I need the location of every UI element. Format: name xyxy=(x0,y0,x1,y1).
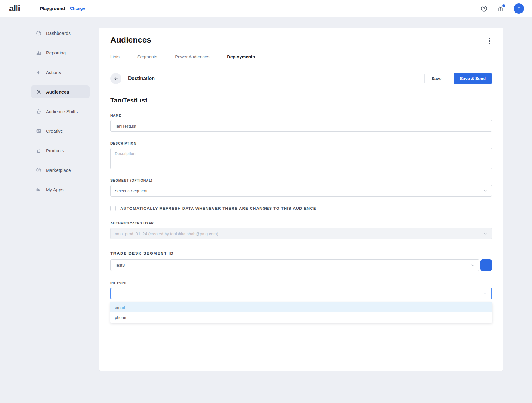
destination-label: Destination xyxy=(128,76,155,81)
main-content: Audiences Lists Segments Power Audiences… xyxy=(99,17,532,403)
chevron-down-icon xyxy=(483,231,488,236)
pii-option-email[interactable]: email xyxy=(110,302,492,312)
authenticated-user-value: amp_prod_01_24 (created by tanishka.shah… xyxy=(115,231,218,236)
tab-power-audiences[interactable]: Power Audiences xyxy=(175,54,209,64)
deployment-name-heading: TaniTestList xyxy=(110,97,492,104)
segment-select[interactable]: Select a Segment xyxy=(110,185,492,197)
plus-icon xyxy=(483,262,489,268)
tab-segments[interactable]: Segments xyxy=(137,54,157,64)
sidebar-item-label: Products xyxy=(46,148,64,153)
sidebar-item-label: Reporting xyxy=(46,50,66,55)
sidebar-item-dashboards[interactable]: Dashboards xyxy=(31,27,90,39)
auto-refresh-row: AUTOMATICALLY REFRESH DATA WHENEVER THER… xyxy=(110,206,492,211)
chevron-down-icon xyxy=(483,189,488,193)
name-label: NAME xyxy=(110,114,492,117)
sidebar-item-label: Audiences xyxy=(46,89,69,94)
sidebar-item-audiences[interactable]: Audiences xyxy=(31,85,90,98)
segment-field-group: SEGMENT (OPTIONAL) Select a Segment xyxy=(110,179,492,197)
app-header: alli Playground Change T xyxy=(0,0,532,17)
description-input[interactable] xyxy=(110,148,492,169)
bag-icon xyxy=(36,148,42,153)
trade-desk-segment-field-group: TRADE DESK SEGMENT ID Test3 xyxy=(110,251,492,271)
authenticated-user-select: amp_prod_01_24 (created by tanishka.shah… xyxy=(110,228,492,239)
description-field-group: DESCRIPTION xyxy=(110,142,492,171)
pii-option-phone[interactable]: phone xyxy=(110,312,492,323)
sidebar-item-my-apps[interactable]: My Apps xyxy=(31,183,90,196)
authenticated-user-field-group: AUTHENTICATED USER amp_prod_01_24 (creat… xyxy=(110,221,492,239)
authenticated-user-label: AUTHENTICATED USER xyxy=(110,221,492,225)
description-label: DESCRIPTION xyxy=(110,142,492,145)
kebab-menu-button[interactable] xyxy=(487,35,492,46)
kebab-dot xyxy=(489,40,490,42)
thumbs-up-icon xyxy=(36,109,42,114)
audiences-tabs: Lists Segments Power Audiences Deploymen… xyxy=(99,54,503,64)
header-divider xyxy=(29,3,29,14)
tab-deployments[interactable]: Deployments xyxy=(227,54,255,64)
back-button[interactable] xyxy=(110,73,121,84)
page-title: Audiences xyxy=(110,35,151,45)
pii-type-dropdown: email phone xyxy=(110,302,492,323)
image-icon xyxy=(36,128,42,134)
pii-type-field-group: PII TYPE email phone xyxy=(110,281,492,299)
segment-label: SEGMENT (OPTIONAL) xyxy=(110,179,492,182)
chevron-down-icon xyxy=(471,263,475,268)
help-button[interactable] xyxy=(481,5,487,12)
kebab-dot xyxy=(489,43,490,44)
audiences-card: Audiences Lists Segments Power Audiences… xyxy=(99,28,503,371)
name-field-group: NAME xyxy=(110,114,492,132)
sidebar-item-label: My Apps xyxy=(46,187,64,192)
sidebar-item-label: Actions xyxy=(46,70,61,75)
pii-type-select[interactable] xyxy=(110,288,492,299)
gauge-icon xyxy=(36,30,42,36)
whats-new-button[interactable] xyxy=(497,5,504,12)
header-actions: T xyxy=(481,3,524,14)
user-avatar[interactable]: T xyxy=(514,3,524,14)
sidebar-item-label: Marketplace xyxy=(46,168,71,173)
sidebar-item-reporting[interactable]: Reporting xyxy=(31,46,90,59)
auto-refresh-checkbox[interactable] xyxy=(110,206,116,211)
arrow-left-icon xyxy=(113,76,119,81)
save-button[interactable]: Save xyxy=(424,73,448,84)
sidebar: Dashboards Reporting Actions Audiences A… xyxy=(0,17,99,403)
alli-logo: alli xyxy=(9,4,20,13)
kebab-dot xyxy=(489,38,490,39)
sidebar-item-creative[interactable]: Creative xyxy=(31,124,90,137)
sidebar-item-label: Audience Shifts xyxy=(46,109,78,114)
auto-refresh-label: AUTOMATICALLY REFRESH DATA WHENEVER THER… xyxy=(120,206,316,211)
grid-icon xyxy=(36,187,42,193)
trade-desk-segment-value: Test3 xyxy=(115,263,125,268)
destination-toolbar: Destination Save Save & Send xyxy=(110,73,492,84)
change-workspace-link[interactable]: Change xyxy=(70,6,85,11)
lightning-icon xyxy=(36,69,42,75)
name-input[interactable] xyxy=(110,120,492,132)
notification-dot xyxy=(502,4,505,7)
sidebar-item-actions[interactable]: Actions xyxy=(31,66,90,79)
audience-icon xyxy=(36,89,42,95)
workspace-name: Playground xyxy=(40,6,65,11)
bar-chart-icon xyxy=(36,50,42,56)
help-icon xyxy=(481,5,487,12)
pii-type-label: PII TYPE xyxy=(110,281,492,285)
compass-icon xyxy=(36,167,42,173)
sidebar-item-audience-shifts[interactable]: Audience Shifts xyxy=(31,105,90,118)
trade-desk-segment-select[interactable]: Test3 xyxy=(110,259,479,271)
segment-select-value: Select a Segment xyxy=(115,189,147,193)
add-segment-id-button[interactable] xyxy=(480,259,492,271)
save-and-send-button[interactable]: Save & Send xyxy=(454,73,492,84)
trade-desk-segment-id-label: TRADE DESK SEGMENT ID xyxy=(110,251,492,256)
sidebar-item-marketplace[interactable]: Marketplace xyxy=(31,164,90,176)
chevron-up-icon xyxy=(483,291,487,296)
sidebar-item-label: Creative xyxy=(46,128,63,134)
sidebar-item-products[interactable]: Products xyxy=(31,144,90,157)
sidebar-item-label: Dashboards xyxy=(46,31,71,36)
tab-lists[interactable]: Lists xyxy=(110,54,120,64)
